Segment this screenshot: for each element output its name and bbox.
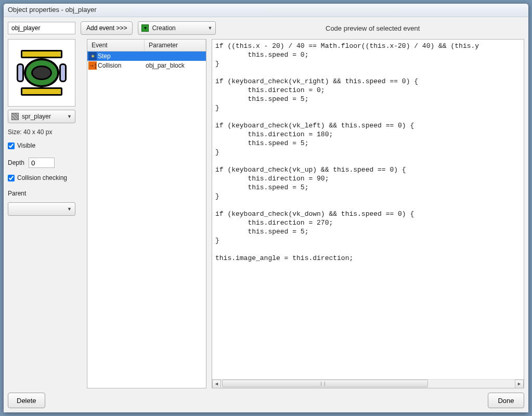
sprite-thumb-icon — [11, 113, 19, 120]
visible-checkbox-input[interactable] — [8, 142, 15, 149]
top-toolbar: Add event >>> ▾ Creation ▼ Code preview … — [8, 21, 524, 35]
depth-label: Depth — [8, 159, 24, 166]
scroll-left-button[interactable]: ◄ — [212, 380, 221, 388]
event-row-step[interactable]: ✶ Step — [87, 51, 206, 61]
collision-checkbox-label: Collision checking — [17, 174, 67, 181]
parameter-col-header[interactable]: Parameter — [145, 40, 206, 51]
scroll-right-button[interactable]: ► — [515, 380, 524, 388]
parent-label: Parent — [8, 190, 82, 197]
collision-event-icon: →¦ — [88, 61, 97, 70]
delete-button[interactable]: Delete — [8, 393, 45, 408]
chevron-down-icon: ▼ — [207, 25, 212, 31]
event-type-label: Creation — [152, 24, 204, 32]
scroll-track[interactable] — [221, 380, 515, 388]
sprite-select-label: spr_player — [22, 113, 64, 120]
event-list-panel: Event Parameter ✶ Step →¦ Collision obj_… — [87, 39, 206, 388]
event-type-combo[interactable]: ▾ Creation ▼ — [138, 21, 216, 35]
chevron-down-icon: ▼ — [67, 206, 72, 212]
event-row-collision[interactable]: →¦ Collision obj_par_block — [87, 61, 206, 70]
main-area: spr_player ▼ Size: 40 x 40 px Visible De… — [8, 39, 524, 388]
visible-checkbox-label: Visible — [17, 142, 35, 149]
collision-checkbox-input[interactable] — [8, 175, 15, 181]
object-name-input[interactable] — [8, 22, 75, 34]
event-col-header[interactable]: Event — [87, 40, 145, 51]
add-event-button[interactable]: Add event >>> — [81, 21, 133, 35]
horizontal-scrollbar[interactable]: ◄ ► — [212, 379, 524, 388]
window-title: Object properties - obj_player — [4, 4, 528, 17]
event-name: Step — [98, 53, 146, 60]
sprite-size-label: Size: 40 x 40 px — [8, 128, 82, 136]
event-parameter: obj_par_block — [146, 62, 206, 69]
sprite-preview — [8, 39, 75, 107]
event-rows: ✶ Step →¦ Collision obj_par_block — [87, 51, 206, 388]
code-preview-heading: Code preview of selected event — [221, 24, 524, 32]
bottom-button-row: Delete Done — [8, 388, 524, 408]
done-button[interactable]: Done — [488, 393, 524, 408]
parent-combo[interactable]: ▼ — [8, 202, 75, 216]
event-name: Collision — [98, 62, 146, 69]
sprite-select-combo[interactable]: spr_player ▼ — [8, 110, 75, 123]
sprite-icon — [16, 47, 68, 99]
scroll-thumb[interactable] — [222, 380, 428, 387]
visible-checkbox[interactable]: Visible — [8, 142, 82, 149]
window-frame: Object properties - obj_player Add event… — [3, 3, 529, 413]
collision-checkbox[interactable]: Collision checking — [8, 174, 82, 181]
code-preview-text: if ((this.x - 20) / 40 == Math.floor((th… — [212, 40, 524, 379]
depth-input[interactable] — [29, 158, 55, 168]
left-panel: spr_player ▼ Size: 40 x 40 px Visible De… — [8, 39, 82, 388]
chevron-down-icon: ▼ — [67, 114, 72, 119]
step-event-icon: ✶ — [88, 52, 97, 60]
event-list-header: Event Parameter — [87, 40, 206, 51]
creation-icon: ▾ — [141, 24, 149, 32]
code-panel: if ((this.x - 20) / 40 == Math.floor((th… — [212, 39, 524, 388]
client-area: Add event >>> ▾ Creation ▼ Code preview … — [4, 17, 528, 412]
